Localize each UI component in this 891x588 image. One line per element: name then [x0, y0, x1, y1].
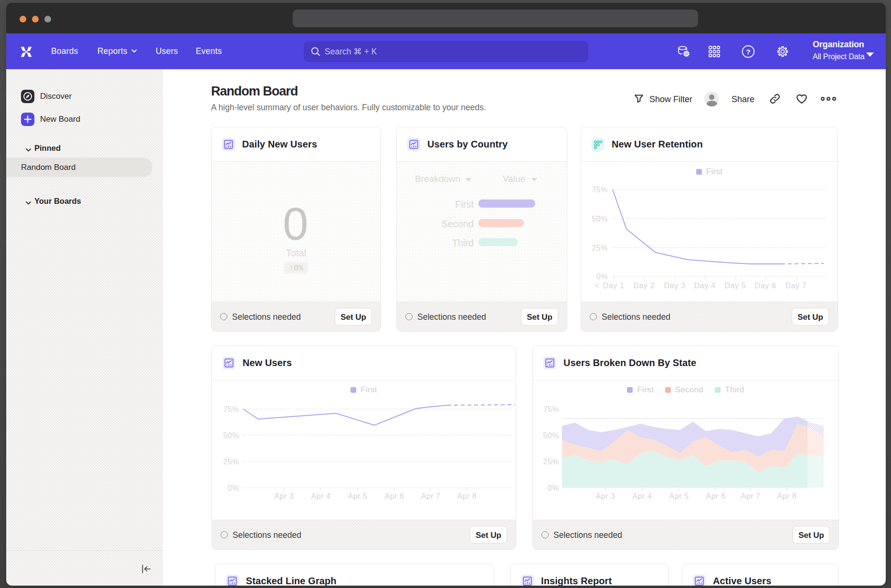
svg-text:Apr 6: Apr 6 [706, 492, 725, 500]
svg-text:?: ? [746, 47, 750, 55]
svg-text:25%: 25% [592, 244, 608, 252]
svg-text:Day 5: Day 5 [725, 282, 746, 290]
svg-text:50%: 50% [223, 431, 239, 440]
svg-text:Apr 5: Apr 5 [669, 492, 689, 500]
svg-text:25%: 25% [543, 458, 559, 466]
svg-text:0%: 0% [228, 484, 239, 492]
svg-text:Day 1: Day 1 [603, 282, 625, 290]
svg-text:25%: 25% [223, 458, 239, 466]
svg-text:75%: 75% [543, 405, 559, 413]
svg-text:0%: 0% [596, 273, 608, 281]
svg-text:Apr 3: Apr 3 [274, 492, 294, 500]
svg-text:Apr 8: Apr 8 [457, 492, 477, 500]
svg-text:Day 3: Day 3 [664, 282, 686, 290]
svg-text:Day 4: Day 4 [694, 282, 716, 290]
svg-text:Day 6: Day 6 [755, 282, 776, 290]
svg-text:75%: 75% [592, 186, 608, 194]
svg-text:75%: 75% [223, 405, 239, 413]
svg-text:Apr 4: Apr 4 [311, 492, 330, 500]
svg-text:Apr 7: Apr 7 [741, 492, 760, 500]
svg-text:Day 7: Day 7 [785, 282, 807, 290]
svg-text:<: < [594, 282, 599, 290]
svg-text:Apr 5: Apr 5 [348, 492, 367, 500]
svg-text:Apr 3: Apr 3 [595, 492, 615, 500]
svg-text:Day 2: Day 2 [634, 282, 655, 290]
svg-text:0%: 0% [548, 484, 559, 492]
svg-text:50%: 50% [543, 431, 559, 440]
svg-text:Apr 4: Apr 4 [632, 492, 652, 500]
svg-text:Apr 7: Apr 7 [421, 492, 440, 500]
svg-text:Apr 6: Apr 6 [384, 492, 404, 500]
svg-text:50%: 50% [592, 215, 608, 223]
svg-text:Apr 8: Apr 8 [777, 492, 796, 500]
